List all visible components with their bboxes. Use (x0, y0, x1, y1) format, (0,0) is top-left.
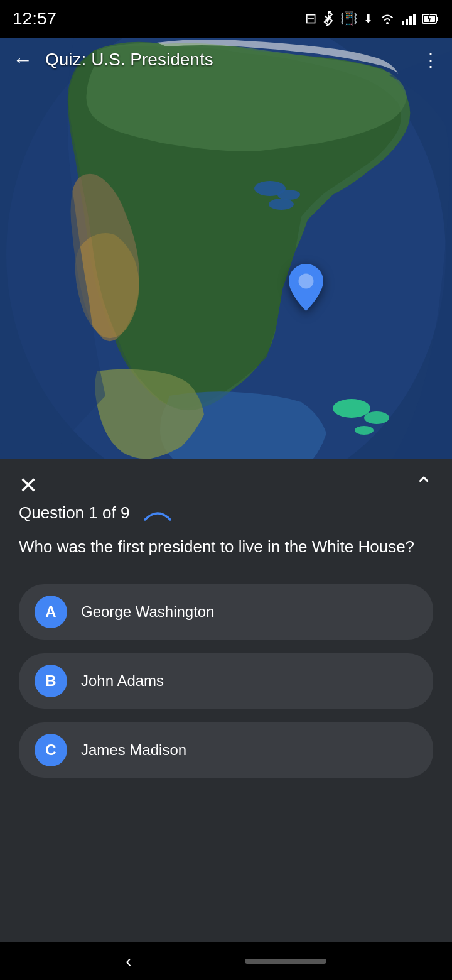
option-badge-c: C (35, 734, 67, 766)
question-text: Who was the first president to live in t… (19, 535, 433, 559)
answer-option-a[interactable]: A George Washington (19, 584, 433, 640)
close-button[interactable]: ✕ (19, 474, 38, 497)
svg-rect-3 (409, 16, 412, 25)
svg-point-13 (333, 399, 370, 418)
svg-rect-6 (436, 17, 438, 21)
svg-point-16 (299, 274, 314, 289)
nav-bar: ‹ (0, 942, 452, 980)
quiz-panel-header: ✕ ⌃ (19, 459, 433, 503)
option-key-a: A (45, 603, 56, 621)
network-icon: ⬇ (363, 12, 373, 26)
wifi-icon (379, 13, 396, 25)
status-icons: ⊟ 📳 ⬇ (305, 11, 439, 27)
screenshot-icon: ⊟ (305, 11, 316, 27)
pin-svg (289, 264, 323, 311)
option-badge-b: B (35, 665, 67, 697)
status-time: 12:57 (13, 9, 56, 29)
nav-home-indicator[interactable] (245, 959, 326, 964)
bluetooth-icon (323, 11, 334, 26)
back-button[interactable]: ← (13, 50, 33, 70)
quiz-panel: ✕ ⌃ Question 1 of 9 Who was the first pr… (0, 459, 452, 942)
nav-back-button[interactable]: ‹ (126, 951, 131, 971)
app-bar: ← Quiz: U.S. Presidents ⋮ (0, 38, 452, 82)
answer-option-c[interactable]: C James Madison (19, 722, 433, 778)
vibrate-icon: 📳 (340, 11, 357, 27)
option-text-c: James Madison (81, 741, 186, 759)
svg-rect-2 (406, 19, 408, 25)
svg-rect-4 (413, 14, 416, 25)
collapse-button[interactable]: ⌃ (414, 474, 433, 497)
svg-point-14 (364, 411, 389, 424)
location-pin (289, 264, 323, 313)
option-badge-a: A (35, 596, 67, 628)
svg-point-0 (386, 22, 389, 24)
option-text-a: George Washington (81, 603, 215, 621)
option-text-b: John Adams (81, 672, 164, 690)
battery-icon (422, 13, 439, 25)
more-button[interactable]: ⋮ (422, 50, 439, 70)
svg-point-15 (355, 426, 374, 435)
option-key-b: B (45, 672, 56, 690)
loading-arc (142, 504, 173, 523)
question-number: Question 1 of 9 (19, 503, 129, 523)
app-bar-title: Quiz: U.S. Presidents (45, 50, 422, 70)
question-meta: Question 1 of 9 (19, 503, 433, 523)
answer-option-b[interactable]: B John Adams (19, 653, 433, 709)
status-bar: 12:57 ⊟ 📳 ⬇ (0, 0, 452, 38)
option-key-c: C (45, 741, 56, 759)
signal-icon (402, 13, 416, 25)
svg-rect-1 (402, 21, 404, 25)
